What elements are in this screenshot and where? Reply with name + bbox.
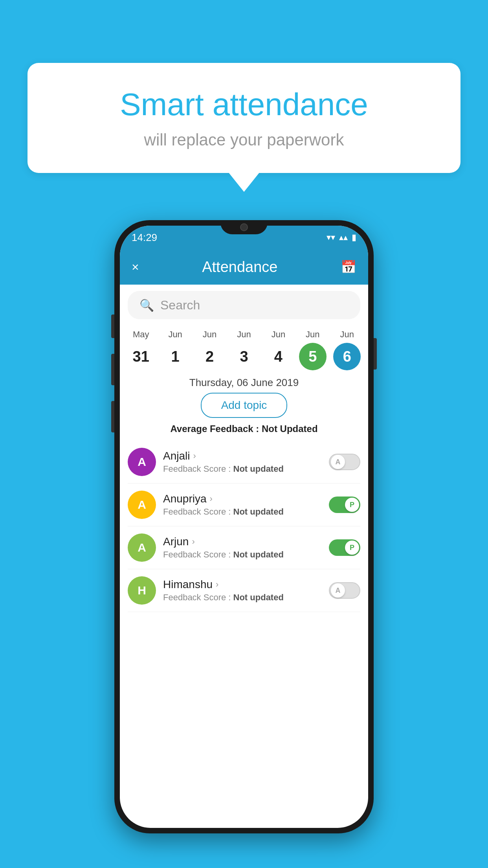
student-name: Anupriya › <box>163 493 322 505</box>
cal-month: Jun <box>203 329 216 340</box>
status-icons: ▾▾ ▴▴ ▮ <box>327 232 356 243</box>
phone-mockup: 14:29 ▾▾ ▴▴ ▮ × Attendance 📅 🔍 Search Ma… <box>114 220 374 833</box>
cal-date: 5 <box>299 343 327 370</box>
cal-date: 4 <box>264 343 292 370</box>
average-feedback: Average Feedback : Not Updated <box>120 423 368 441</box>
phone-screen: 14:29 ▾▾ ▴▴ ▮ × Attendance 📅 🔍 Search Ma… <box>120 226 368 828</box>
student-row[interactable]: AAnjali ›Feedback Score : Not updatedA <box>128 441 360 484</box>
volume-up-button <box>111 314 114 338</box>
cal-month: Jun <box>340 329 354 340</box>
student-list: AAnjali ›Feedback Score : Not updatedAAA… <box>120 441 368 612</box>
app-bar-title: Attendance <box>202 259 277 276</box>
search-placeholder: Search <box>160 298 200 313</box>
cal-date: 3 <box>230 343 258 370</box>
volume-down-button <box>111 354 114 385</box>
cal-month: Jun <box>272 329 285 340</box>
add-topic-button[interactable]: Add topic <box>201 393 288 418</box>
attendance-toggle[interactable]: P <box>329 497 360 513</box>
cal-date: 1 <box>161 343 189 370</box>
calendar-day-3[interactable]: Jun3 <box>228 329 260 370</box>
avg-feedback-value: Not Updated <box>262 423 318 434</box>
cal-month: Jun <box>168 329 182 340</box>
attendance-toggle[interactable]: A <box>329 582 360 599</box>
bubble-title: Smart attendance <box>59 86 429 123</box>
cal-date: 31 <box>127 343 155 370</box>
close-icon[interactable]: × <box>132 260 139 274</box>
signal-icon: ▴▴ <box>339 232 348 243</box>
student-name: Arjun › <box>163 535 322 548</box>
search-bar[interactable]: 🔍 Search <box>128 291 360 319</box>
selected-date-label: Thursday, 06 June 2019 <box>120 370 368 393</box>
app-bar: × Attendance 📅 <box>120 249 368 285</box>
student-info: Anupriya ›Feedback Score : Not updated <box>163 493 322 517</box>
student-name: Himanshu › <box>163 578 322 591</box>
phone-notch <box>220 220 268 234</box>
chevron-right-icon: › <box>216 579 218 590</box>
chevron-right-icon: › <box>210 494 213 504</box>
cal-month: Jun <box>306 329 319 340</box>
toggle-knob: P <box>345 498 359 512</box>
feedback-score: Feedback Score : Not updated <box>163 550 322 560</box>
toggle-knob: A <box>331 583 345 598</box>
calendar-day-1[interactable]: Jun1 <box>160 329 191 370</box>
feedback-score: Feedback Score : Not updated <box>163 507 322 517</box>
power-button <box>374 338 377 370</box>
camera <box>240 223 248 231</box>
avatar: A <box>128 491 156 519</box>
calendar-icon[interactable]: 📅 <box>341 259 356 274</box>
student-row[interactable]: HHimanshu ›Feedback Score : Not updatedA <box>128 569 360 612</box>
feedback-score: Feedback Score : Not updated <box>163 464 322 474</box>
avatar: A <box>128 448 156 476</box>
search-icon: 🔍 <box>139 298 154 312</box>
battery-icon: ▮ <box>352 232 356 243</box>
calendar-strip: May31Jun1Jun2Jun3Jun4Jun5Jun6 <box>120 326 368 370</box>
toggle-knob: A <box>331 455 345 469</box>
avatar: A <box>128 533 156 562</box>
chevron-right-icon: › <box>193 451 196 461</box>
calendar-day-5[interactable]: Jun5 <box>297 329 328 370</box>
calendar-day-6[interactable]: Jun6 <box>331 329 363 370</box>
calendar-day-2[interactable]: Jun2 <box>194 329 226 370</box>
student-row[interactable]: AArjun ›Feedback Score : Not updatedP <box>128 526 360 569</box>
student-name: Anjali › <box>163 450 322 462</box>
phone-outer: 14:29 ▾▾ ▴▴ ▮ × Attendance 📅 🔍 Search Ma… <box>114 220 374 833</box>
student-info: Himanshu ›Feedback Score : Not updated <box>163 578 322 603</box>
feedback-score: Feedback Score : Not updated <box>163 592 322 603</box>
cal-month: May <box>133 329 149 340</box>
bubble-subtitle: will replace your paperwork <box>59 131 429 149</box>
student-info: Arjun ›Feedback Score : Not updated <box>163 535 322 560</box>
speech-bubble: Smart attendance will replace your paper… <box>28 63 460 173</box>
avatar: H <box>128 576 156 605</box>
attendance-toggle[interactable]: P <box>329 539 360 556</box>
cal-month: Jun <box>237 329 251 340</box>
cal-date: 6 <box>333 343 361 370</box>
calendar-day-0[interactable]: May31 <box>125 329 157 370</box>
toggle-knob: P <box>345 541 359 555</box>
status-time: 14:29 <box>132 232 157 244</box>
cal-date: 2 <box>196 343 224 370</box>
chevron-right-icon: › <box>192 537 194 547</box>
wifi-icon: ▾▾ <box>327 232 335 243</box>
student-info: Anjali ›Feedback Score : Not updated <box>163 450 322 474</box>
avg-feedback-label: Average Feedback : <box>170 423 262 434</box>
calendar-day-4[interactable]: Jun4 <box>262 329 294 370</box>
attendance-toggle[interactable]: A <box>329 454 360 470</box>
silent-button <box>111 401 114 432</box>
student-row[interactable]: AAnupriya ›Feedback Score : Not updatedP <box>128 484 360 526</box>
